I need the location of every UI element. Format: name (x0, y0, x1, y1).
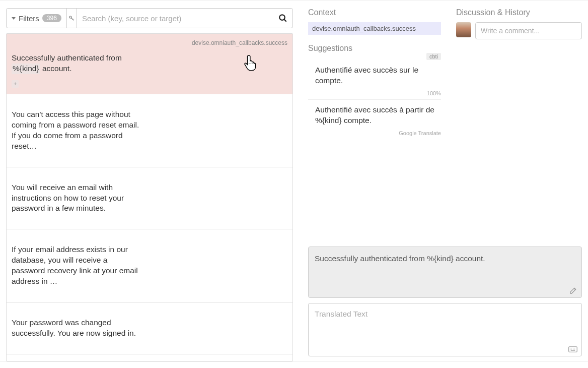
key-source-text: Your password was changed successfully. … (12, 318, 142, 339)
suggestion-item[interactable]: Authentifié avec succès à partir de %{ki… (308, 100, 441, 139)
avatar (456, 22, 471, 37)
suggestion-text: Authentifié avec succès sur le compte. (308, 63, 441, 90)
suggestion-meta: 100% (308, 90, 441, 97)
suggestion-source-badge: cbti (426, 53, 441, 60)
filters-label: Filters (19, 14, 39, 23)
key-source-text: You will receive an email with instructi… (12, 182, 142, 214)
svg-point-1 (279, 15, 285, 20)
key-icon (68, 15, 75, 21)
right-pane: Context devise.omniauth_callbacks.succes… (308, 8, 582, 361)
context-suggestions-column: Context devise.omniauth_callbacks.succes… (308, 8, 441, 242)
suggestion-item[interactable]: cbti Authentifié avec succès sur le comp… (308, 60, 441, 100)
suggestion-meta: Google Translate (308, 130, 441, 137)
context-key: devise.omniauth_callbacks.success (308, 22, 441, 35)
svg-point-0 (69, 16, 71, 18)
key-path-label: devise.omniauth_callbacks.success (12, 39, 287, 47)
editor-area: Successfully authenticated from %{kind} … (308, 247, 582, 361)
translation-input[interactable] (315, 310, 575, 341)
source-text: Successfully authenticated from %{kind} … (315, 254, 485, 263)
chevron-down-icon (12, 17, 16, 20)
key-list: devise.omniauth_callbacks.success Succes… (6, 33, 293, 361)
app-root: Filters 396 devise.omniauth_callbacks.su… (0, 0, 588, 362)
keyboard-icon[interactable] (568, 346, 577, 353)
add-translation-button[interactable]: + (12, 80, 19, 88)
search-wrap (77, 9, 292, 28)
filters-button[interactable]: Filters 396 (7, 9, 67, 28)
key-item[interactable]: You will receive an email with instructi… (7, 167, 292, 230)
edit-icon[interactable] (569, 286, 577, 294)
interpolation-token: %{kind} (12, 64, 40, 74)
comment-composer (456, 22, 582, 39)
discussion-heading: Discussion & History (456, 8, 582, 17)
key-source-text: Successfully authenticated from %{kind} … (12, 53, 142, 74)
key-source-text: If your email address exists in our data… (12, 244, 142, 287)
search-input[interactable] (82, 14, 278, 23)
key-toggle-button[interactable] (67, 9, 77, 28)
left-pane: Filters 396 devise.omniauth_callbacks.su… (6, 8, 293, 361)
toolbar: Filters 396 (6, 8, 293, 28)
suggestions-heading: Suggestions (308, 44, 441, 53)
cursor-hand-icon (243, 54, 260, 71)
discussion-column: Discussion & History (456, 8, 582, 242)
key-item[interactable]: Your password was changed successfully. … (7, 302, 292, 354)
key-source-text: You can't access this page without comin… (12, 109, 142, 152)
upper-panels: Context devise.omniauth_callbacks.succes… (308, 8, 582, 242)
target-text-box[interactable] (308, 303, 582, 356)
suggestion-text: Authentifié avec succès à partir de %{ki… (308, 103, 441, 130)
context-heading: Context (308, 8, 441, 17)
source-text-box: Successfully authenticated from %{kind} … (308, 247, 582, 298)
filters-count-badge: 396 (42, 14, 61, 22)
key-item[interactable]: Your password was changed successfully. (7, 354, 292, 361)
key-item[interactable]: If your email address exists in our data… (7, 229, 292, 302)
key-item[interactable]: You can't access this page without comin… (7, 94, 292, 167)
key-item-selected[interactable]: devise.omniauth_callbacks.success Succes… (7, 34, 292, 94)
search-icon[interactable] (278, 14, 287, 23)
comment-input[interactable] (475, 22, 582, 39)
